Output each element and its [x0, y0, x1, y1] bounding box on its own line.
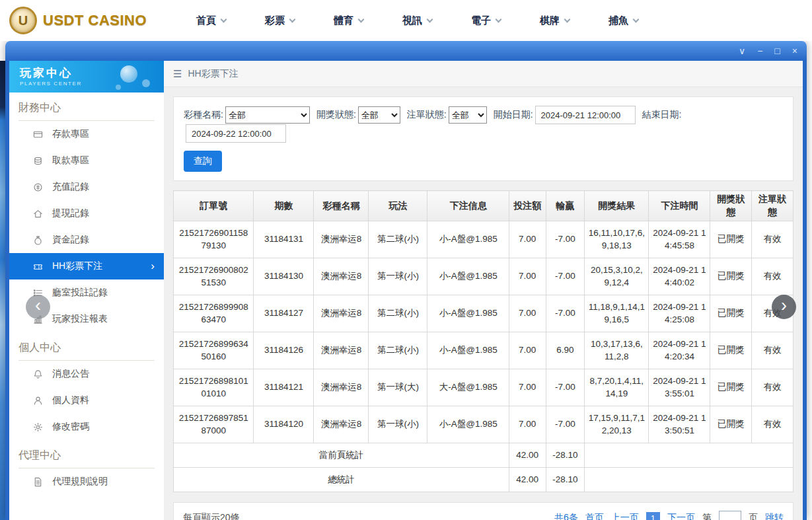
nav-item-home[interactable]: 首頁 [196, 15, 265, 27]
sidebar-item-hh-lottery-bets[interactable]: HH彩票下注› [9, 253, 164, 279]
window-titlebar[interactable]: ∨ − □ × [5, 41, 807, 61]
table-cell: 已開獎 [710, 406, 752, 443]
table-cell: 17,15,9,11,7,12,20,13 [585, 406, 649, 443]
current-page-indicator[interactable]: 1 [646, 512, 660, 520]
chevron-down-icon [358, 16, 365, 22]
table-cell: 有效 [752, 332, 794, 369]
table-cell: 澳洲幸运8 [314, 258, 369, 295]
column-header: 注單狀態 [752, 191, 794, 221]
table-cell: 31184126 [254, 332, 314, 369]
table-cell: 7.00 [509, 258, 546, 295]
column-header: 下注時間 [649, 191, 710, 221]
window-close-icon[interactable]: × [792, 46, 797, 56]
next-page-link[interactable]: 下一页 [667, 512, 695, 520]
gear-icon [33, 422, 43, 432]
search-button[interactable]: 查詢 [184, 151, 222, 172]
prev-page-link[interactable]: 上一页 [611, 512, 639, 520]
sidebar-item-agent-rules[interactable]: 代理規則說明 [9, 468, 164, 495]
sidebar-item-funds-record[interactable]: 資金記錄 [9, 227, 164, 253]
table-row: 215217268978518700031184120澳洲幸运8第一球(小)小-… [174, 406, 794, 443]
sidebar-item-profile[interactable]: 個人資料 [9, 387, 164, 414]
draw-status-label: 開獎狀態: [316, 109, 356, 121]
window-controls: ∨ − □ × [739, 46, 797, 56]
logo-icon: U [9, 7, 37, 34]
filter-panel: 彩種名稱: 全部 開獎狀態: 全部 注單狀態: 全部 開始日期: [173, 96, 794, 181]
table-row: 215217268996345016031184126澳洲幸运8第二球(小)小-… [174, 332, 794, 369]
cashout-house-icon [33, 209, 43, 219]
table-cell: 2152172690080251530 [174, 258, 254, 295]
column-header: 開獎結果 [585, 191, 649, 221]
first-page-link[interactable]: 首页 [585, 512, 604, 520]
nav-item-label: 電子 [471, 15, 491, 27]
window-minimize-icon[interactable]: − [757, 46, 762, 56]
nav-item-video[interactable]: 視訊 [402, 15, 471, 27]
nav-item-slots[interactable]: 電子 [471, 15, 540, 27]
column-header: 彩種名稱 [314, 191, 369, 221]
sidebar-item-announcements[interactable]: 消息公告 [9, 361, 164, 387]
table-cell: -7.00 [546, 406, 585, 443]
coins-icon [33, 156, 43, 166]
lottery-name-select[interactable]: 全部 [225, 106, 310, 124]
pagination-bar: 每頁顯示20條 共6条 首页 上一页 1 下一页 第 页 跳转 [173, 502, 794, 520]
table-cell: 第一球(小) [369, 406, 427, 443]
recharge-coin-icon [33, 182, 43, 192]
table-cell: 有效 [752, 369, 794, 406]
table-cell: 已開獎 [710, 295, 752, 332]
start-date-input[interactable] [535, 106, 636, 124]
jump-button[interactable]: 跳转 [765, 512, 784, 520]
total-count-label: 共6条 [554, 512, 578, 520]
end-date-input[interactable] [186, 124, 286, 143]
sidebar: 玩家中心 PLAYERS CENTER 財務中心存款專區取款專區充值記錄提現記錄… [9, 61, 164, 520]
summary-label: 總統計 [174, 468, 509, 492]
deposit-card-icon [33, 130, 43, 139]
sidebar-item-deposit[interactable]: 存款專區 [9, 121, 164, 147]
order-status-select[interactable]: 全部 [449, 106, 487, 124]
table-cell: 2152172689963450160 [174, 332, 254, 369]
table-cell: 小-A盤@1.985 [427, 406, 509, 443]
table-row: 215217269008025153031184130澳洲幸运8第一球(小)小-… [174, 258, 794, 295]
logo-text: USDT CASINO [43, 12, 147, 29]
page-jump-input[interactable] [719, 511, 741, 520]
site-logo[interactable]: U USDT CASINO [9, 7, 158, 34]
per-page-label: 每頁顯示20條 [183, 512, 240, 520]
table-cell: 7.00 [509, 369, 546, 406]
nav-item-label: 體育 [334, 15, 353, 27]
nav-item-sports[interactable]: 體育 [334, 15, 402, 27]
background-banner [0, 61, 5, 520]
sidebar-item-change-password[interactable]: 修改密碼 [9, 414, 164, 440]
menu-toggle-icon[interactable]: ☰ [173, 68, 182, 80]
table-cell: 有效 [752, 406, 794, 443]
table-cell: 小-A盤@1.985 [427, 221, 509, 258]
window-maximize-icon[interactable]: □ [774, 46, 780, 56]
column-header: 開獎狀態 [710, 191, 752, 221]
table-cell: 8,7,20,1,4,11,14,19 [585, 369, 649, 406]
window-collapse-icon[interactable]: ∨ [739, 46, 745, 56]
table-cell: 2024-09-21 14:20:34 [649, 332, 710, 369]
table-cell: 7.00 [509, 221, 546, 258]
orders-table: 訂單號期數彩種名稱玩法下注信息投注額輸贏開獎結果下注時間開獎狀態注單狀態2152… [173, 190, 794, 492]
table-cell: 2152172689810101010 [174, 369, 254, 406]
draw-status-select[interactable]: 全部 [358, 106, 400, 124]
nav-item-lottery[interactable]: 彩票 [265, 15, 334, 27]
table-cell: 第二球(小) [369, 295, 427, 332]
table-cell: 31184131 [254, 221, 314, 258]
sidebar-item-label: 充值記錄 [52, 181, 89, 193]
nav-item-label: 視訊 [402, 15, 422, 27]
sidebar-title: 玩家中心 [20, 65, 164, 81]
jump-prefix-label: 第 [702, 512, 712, 520]
chevron-down-icon [427, 16, 433, 22]
table-cell: 2024-09-21 13:50:51 [649, 406, 710, 443]
order-status-label: 注單狀態: [407, 109, 447, 121]
sidebar-item-recharge-record[interactable]: 充值記錄 [9, 174, 164, 200]
carousel-next-button[interactable]: › [772, 295, 796, 319]
carousel-prev-button[interactable]: ‹ [26, 295, 50, 319]
sidebar-item-withdrawal-record[interactable]: 提現記錄 [9, 200, 164, 227]
summary-label: 當前頁統計 [174, 443, 509, 468]
nav-item-board[interactable]: 棋牌 [540, 15, 609, 27]
summary-winloss-total: -28.10 [546, 468, 585, 492]
pager: 共6条 首页 上一页 1 下一页 第 页 跳转 [554, 511, 784, 520]
nav-item-fishing[interactable]: 捕魚 [609, 15, 677, 27]
sidebar-item-withdraw[interactable]: 取款專區 [9, 147, 164, 174]
section-title-finance: 財務中心 [18, 101, 155, 121]
nav-item-label: 首頁 [196, 15, 216, 27]
